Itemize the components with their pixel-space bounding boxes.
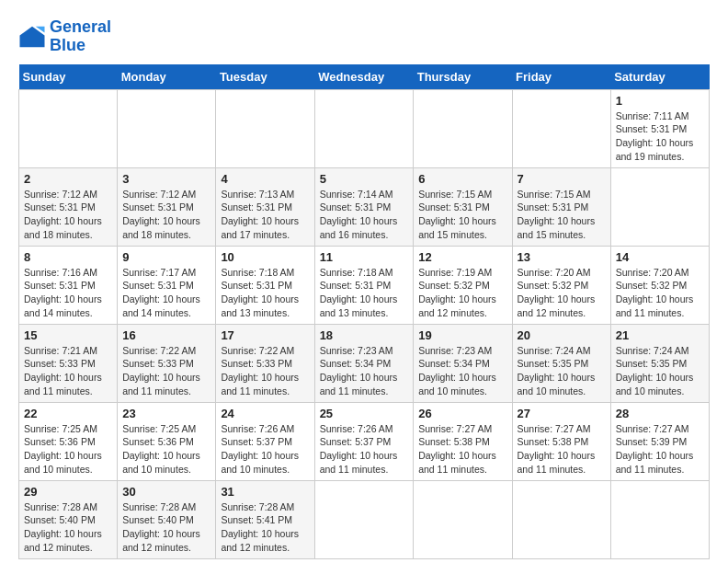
day-info: Sunrise: 7:13 AM Sunset: 5:31 PM Dayligh…	[221, 188, 309, 242]
calendar-cell: 28 Sunrise: 7:27 AM Sunset: 5:39 PM Dayl…	[610, 402, 709, 480]
col-header-monday: Monday	[118, 64, 216, 90]
day-info: Sunrise: 7:25 AM Sunset: 5:36 PM Dayligh…	[122, 422, 210, 477]
day-number: 1	[616, 94, 704, 108]
day-info: Sunrise: 7:15 AM Sunset: 5:31 PM Dayligh…	[418, 188, 506, 242]
calendar-cell: 22 Sunrise: 7:25 AM Sunset: 5:36 PM Dayl…	[19, 402, 118, 480]
day-number: 10	[221, 250, 309, 264]
calendar-cell	[610, 167, 709, 246]
calendar-cell: 27 Sunrise: 7:27 AM Sunset: 5:38 PM Dayl…	[512, 402, 610, 480]
day-info: Sunrise: 7:25 AM Sunset: 5:36 PM Dayligh…	[24, 422, 112, 477]
calendar-cell	[118, 89, 216, 167]
day-info: Sunrise: 7:21 AM Sunset: 5:33 PM Dayligh…	[24, 344, 112, 398]
day-number: 3	[122, 172, 210, 186]
calendar-cell: 21 Sunrise: 7:24 AM Sunset: 5:35 PM Dayl…	[610, 324, 709, 402]
calendar-cell: 11 Sunrise: 7:18 AM Sunset: 5:31 PM Dayl…	[314, 246, 414, 324]
day-info: Sunrise: 7:20 AM Sunset: 5:32 PM Dayligh…	[616, 266, 704, 320]
calendar-cell: 2 Sunrise: 7:12 AM Sunset: 5:31 PM Dayli…	[19, 167, 118, 246]
calendar-cell: 17 Sunrise: 7:22 AM Sunset: 5:33 PM Dayl…	[216, 324, 314, 402]
day-number: 4	[221, 172, 309, 186]
day-number: 30	[122, 485, 210, 499]
calendar-cell	[314, 89, 414, 167]
day-info: Sunrise: 7:18 AM Sunset: 5:31 PM Dayligh…	[320, 266, 409, 320]
day-number: 14	[616, 250, 704, 264]
day-number: 13	[518, 250, 606, 264]
calendar-row: 22 Sunrise: 7:25 AM Sunset: 5:36 PM Dayl…	[19, 402, 710, 480]
day-info: Sunrise: 7:27 AM Sunset: 5:39 PM Dayligh…	[616, 422, 704, 477]
header: General Blue	[18, 18, 710, 55]
day-info: Sunrise: 7:27 AM Sunset: 5:38 PM Dayligh…	[518, 422, 606, 477]
calendar-cell: 3 Sunrise: 7:12 AM Sunset: 5:31 PM Dayli…	[118, 167, 216, 246]
day-number: 9	[122, 250, 210, 264]
calendar-cell: 25 Sunrise: 7:26 AM Sunset: 5:37 PM Dayl…	[314, 402, 414, 480]
day-info: Sunrise: 7:15 AM Sunset: 5:31 PM Dayligh…	[518, 188, 606, 242]
day-info: Sunrise: 7:28 AM Sunset: 5:40 PM Dayligh…	[24, 500, 112, 555]
day-info: Sunrise: 7:26 AM Sunset: 5:37 PM Dayligh…	[221, 422, 309, 477]
calendar-cell	[414, 480, 512, 558]
calendar-row: 29 Sunrise: 7:28 AM Sunset: 5:40 PM Dayl…	[19, 480, 710, 558]
day-info: Sunrise: 7:14 AM Sunset: 5:31 PM Dayligh…	[320, 188, 409, 242]
day-number: 29	[24, 485, 112, 499]
calendar-cell: 4 Sunrise: 7:13 AM Sunset: 5:31 PM Dayli…	[216, 167, 314, 246]
calendar-cell	[19, 89, 118, 167]
calendar-row: 1 Sunrise: 7:11 AM Sunset: 5:31 PM Dayli…	[19, 89, 710, 167]
calendar-cell	[216, 89, 314, 167]
calendar-table: SundayMondayTuesdayWednesdayThursdayFrid…	[18, 64, 710, 559]
calendar-cell: 6 Sunrise: 7:15 AM Sunset: 5:31 PM Dayli…	[414, 167, 512, 246]
day-number: 20	[518, 328, 606, 342]
day-info: Sunrise: 7:18 AM Sunset: 5:31 PM Dayligh…	[221, 266, 309, 320]
day-info: Sunrise: 7:23 AM Sunset: 5:34 PM Dayligh…	[320, 344, 409, 398]
calendar-cell: 18 Sunrise: 7:23 AM Sunset: 5:34 PM Dayl…	[314, 324, 414, 402]
day-number: 15	[24, 328, 112, 342]
calendar-cell: 16 Sunrise: 7:22 AM Sunset: 5:33 PM Dayl…	[118, 324, 216, 402]
calendar-cell: 5 Sunrise: 7:14 AM Sunset: 5:31 PM Dayli…	[314, 167, 414, 246]
calendar-cell: 14 Sunrise: 7:20 AM Sunset: 5:32 PM Dayl…	[610, 246, 709, 324]
calendar-cell: 19 Sunrise: 7:23 AM Sunset: 5:34 PM Dayl…	[414, 324, 512, 402]
calendar-cell: 24 Sunrise: 7:26 AM Sunset: 5:37 PM Dayl…	[216, 402, 314, 480]
day-info: Sunrise: 7:20 AM Sunset: 5:32 PM Dayligh…	[518, 266, 606, 320]
day-number: 18	[320, 328, 409, 342]
day-number: 5	[320, 172, 409, 186]
calendar-cell	[314, 480, 414, 558]
col-header-sunday: Sunday	[19, 64, 118, 90]
day-number: 21	[616, 328, 704, 342]
calendar-row: 8 Sunrise: 7:16 AM Sunset: 5:31 PM Dayli…	[19, 246, 710, 324]
day-info: Sunrise: 7:23 AM Sunset: 5:34 PM Dayligh…	[418, 344, 506, 398]
calendar-cell: 20 Sunrise: 7:24 AM Sunset: 5:35 PM Dayl…	[512, 324, 610, 402]
day-info: Sunrise: 7:26 AM Sunset: 5:37 PM Dayligh…	[320, 422, 409, 477]
calendar-cell: 23 Sunrise: 7:25 AM Sunset: 5:36 PM Dayl…	[118, 402, 216, 480]
day-info: Sunrise: 7:19 AM Sunset: 5:32 PM Dayligh…	[418, 266, 506, 320]
calendar-cell: 26 Sunrise: 7:27 AM Sunset: 5:38 PM Dayl…	[414, 402, 512, 480]
day-number: 7	[518, 172, 606, 186]
day-number: 16	[122, 328, 210, 342]
calendar-row: 2 Sunrise: 7:12 AM Sunset: 5:31 PM Dayli…	[19, 167, 710, 246]
day-info: Sunrise: 7:27 AM Sunset: 5:38 PM Dayligh…	[418, 422, 506, 477]
col-header-tuesday: Tuesday	[216, 64, 314, 90]
day-number: 24	[221, 407, 309, 420]
calendar-cell	[610, 480, 709, 558]
calendar-cell: 30 Sunrise: 7:28 AM Sunset: 5:40 PM Dayl…	[118, 480, 216, 558]
header-row: SundayMondayTuesdayWednesdayThursdayFrid…	[19, 64, 710, 90]
logo: General Blue	[18, 18, 111, 55]
calendar-cell: 29 Sunrise: 7:28 AM Sunset: 5:40 PM Dayl…	[19, 480, 118, 558]
day-number: 27	[518, 407, 606, 420]
calendar-cell: 7 Sunrise: 7:15 AM Sunset: 5:31 PM Dayli…	[512, 167, 610, 246]
col-header-thursday: Thursday	[414, 64, 512, 90]
day-number: 6	[418, 172, 506, 186]
calendar-cell: 13 Sunrise: 7:20 AM Sunset: 5:32 PM Dayl…	[512, 246, 610, 324]
calendar-cell	[512, 480, 610, 558]
calendar-cell: 12 Sunrise: 7:19 AM Sunset: 5:32 PM Dayl…	[414, 246, 512, 324]
calendar-cell: 8 Sunrise: 7:16 AM Sunset: 5:31 PM Dayli…	[19, 246, 118, 324]
calendar-cell	[512, 89, 610, 167]
day-info: Sunrise: 7:24 AM Sunset: 5:35 PM Dayligh…	[616, 344, 704, 398]
day-info: Sunrise: 7:12 AM Sunset: 5:31 PM Dayligh…	[122, 188, 210, 242]
day-number: 17	[221, 328, 309, 342]
calendar-row: 15 Sunrise: 7:21 AM Sunset: 5:33 PM Dayl…	[19, 324, 710, 402]
day-number: 2	[24, 172, 112, 186]
day-info: Sunrise: 7:28 AM Sunset: 5:41 PM Dayligh…	[221, 500, 309, 555]
calendar-cell: 9 Sunrise: 7:17 AM Sunset: 5:31 PM Dayli…	[118, 246, 216, 324]
day-number: 28	[616, 407, 704, 420]
calendar-cell	[414, 89, 512, 167]
logo-icon	[18, 23, 46, 51]
calendar-cell: 31 Sunrise: 7:28 AM Sunset: 5:41 PM Dayl…	[216, 480, 314, 558]
day-number: 25	[320, 407, 409, 420]
